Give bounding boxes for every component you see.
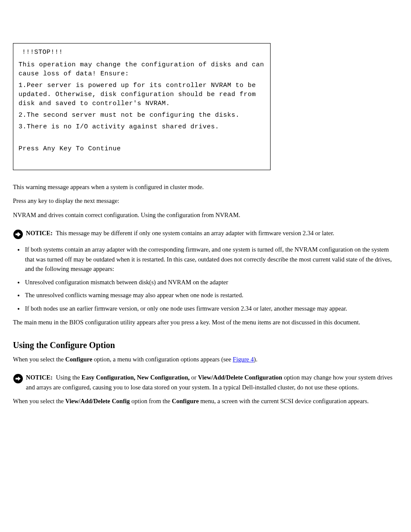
raid-message-paragraph: NVRAM and drives contain correct configu…	[13, 210, 398, 220]
after-notice2-bold2: Configure	[172, 398, 199, 404]
console-item-1: 1.Peer server is powered up for its cont…	[19, 81, 265, 108]
console-item-2: 2.The second server must not be configur…	[19, 111, 265, 120]
after-notice2-bold1: View/Add/Delete Config	[65, 398, 130, 404]
configure-intro-paragraph: When you select the Configure option, a …	[13, 355, 398, 364]
list-item: The unresolved conflicts warning message…	[24, 290, 398, 300]
notice-1-label: NOTICE:	[26, 230, 53, 236]
notice-2-paragraph: NOTICE: Using the Easy Configuration, Ne…	[26, 373, 398, 392]
console-warning-box: !!!STOP!!! This operation may change the…	[13, 43, 271, 170]
main-menu-paragraph: The main menu in the BIOS configuration …	[13, 317, 398, 327]
notice-1: NOTICE: This message may be different if…	[13, 228, 398, 241]
notice-2-text-b: or	[190, 374, 198, 381]
configure-subheading: Using the Configure Option	[13, 340, 398, 350]
list-item: If both nodes use an earlier firmware ve…	[24, 304, 398, 313]
bullet-list: If both systems contain an array adapter…	[24, 245, 398, 313]
notice-arrow-icon	[13, 229, 23, 241]
configure-bold: Configure	[65, 356, 93, 363]
configure-intro-a: When you select the	[13, 356, 65, 363]
notice-2-label: NOTICE:	[26, 374, 53, 381]
svg-rect-1	[16, 233, 19, 235]
notice-1-paragraph: NOTICE: This message may be different if…	[26, 228, 334, 238]
list-item: Unresolved configuration mismatch betwee…	[24, 277, 398, 287]
after-notice2-b: option from the	[130, 398, 171, 404]
notice-arrow-icon	[13, 373, 23, 386]
configure-intro-c: ).	[254, 356, 257, 363]
console-stop-header: !!!STOP!!!	[22, 48, 265, 57]
configure-intro-b: option, a menu with configuration option…	[92, 356, 233, 363]
press-key-paragraph: Press any key to display the next messag…	[13, 196, 398, 205]
console-warning-para: This operation may change the configurat…	[19, 60, 265, 78]
notice-2: NOTICE: Using the Easy Configuration, Ne…	[13, 373, 398, 392]
figure-4-link[interactable]: Figure 4	[233, 356, 254, 363]
console-spacer	[19, 134, 265, 142]
after-notice-2-paragraph: When you select the View/Add/Delete Conf…	[13, 396, 398, 406]
list-item: If both systems contain an array adapter…	[24, 245, 398, 274]
after-notice2-a: When you select the	[13, 398, 65, 404]
notice-1-text: This message may be different if only on…	[56, 230, 334, 236]
console-spacer-bottom	[19, 156, 265, 164]
after-notice2-c: menu, a screen with the current SCSI dev…	[199, 398, 369, 404]
console-item-3: 3.There is no I/O activity against share…	[19, 122, 265, 131]
console-continue-prompt: Press Any Key To Continue	[19, 144, 265, 153]
notice-2-bold1: Easy Configuration, New Configuration,	[81, 374, 190, 381]
svg-rect-3	[16, 378, 19, 380]
notice-2-bold2: View/Add/Delete Configuration	[198, 374, 283, 381]
warning-intro-paragraph: This warning message appears when a syst…	[13, 182, 398, 192]
notice-2-text-a: Using the	[56, 374, 82, 381]
